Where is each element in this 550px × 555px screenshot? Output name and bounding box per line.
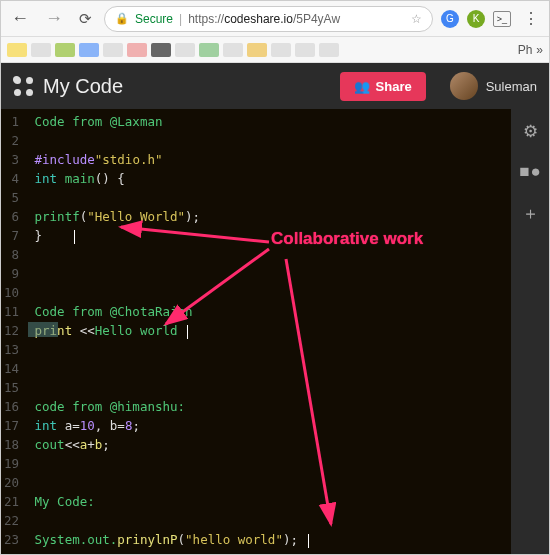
reload-icon[interactable]: ⟳ [75, 10, 96, 28]
browser-toolbar: ← → ⟳ 🔒 Secure | https://codeshare.io/5P… [1, 1, 549, 37]
extension-icon[interactable]: K [467, 10, 485, 28]
page-title: My Code [43, 75, 123, 98]
video-icon[interactable]: ■ ● [519, 162, 541, 182]
bookmark-star-icon[interactable]: ☆ [411, 12, 422, 26]
app-header: My Code 👥 Share Suleman [1, 63, 549, 109]
chevron-right-icon: » [536, 43, 543, 57]
secure-label: Secure [135, 12, 173, 26]
url: https://codeshare.io/5P4yAw [188, 12, 340, 26]
side-toolbar: ⚙ ■ ● ＋ [511, 109, 549, 555]
lock-icon: 🔒 [115, 12, 129, 25]
plus-icon[interactable]: ＋ [522, 202, 539, 225]
annotation-label: Collaborative work [271, 229, 423, 248]
gear-icon[interactable]: ⚙ [523, 121, 538, 142]
share-label: Share [376, 79, 412, 94]
user-menu[interactable]: Suleman [450, 72, 537, 100]
code-editor[interactable]: 1 Code from @Laxman 2 3 #include"stdio.h… [1, 109, 511, 555]
extension-icon[interactable]: >_ [493, 11, 511, 27]
back-icon[interactable]: ← [7, 8, 33, 29]
menu-icon[interactable]: ⋮ [519, 9, 543, 28]
avatar [450, 72, 478, 100]
share-button[interactable]: 👥 Share [340, 72, 426, 101]
logo-icon [13, 76, 33, 96]
people-icon: 👥 [354, 79, 370, 94]
address-bar[interactable]: 🔒 Secure | https://codeshare.io/5P4yAw ☆ [104, 6, 433, 32]
extension-icon[interactable]: G [441, 10, 459, 28]
username: Suleman [486, 79, 537, 94]
bookmarks-bar: Ph » [1, 37, 549, 63]
forward-icon[interactable]: → [41, 8, 67, 29]
bookmarks-overflow[interactable]: Ph » [518, 43, 543, 57]
